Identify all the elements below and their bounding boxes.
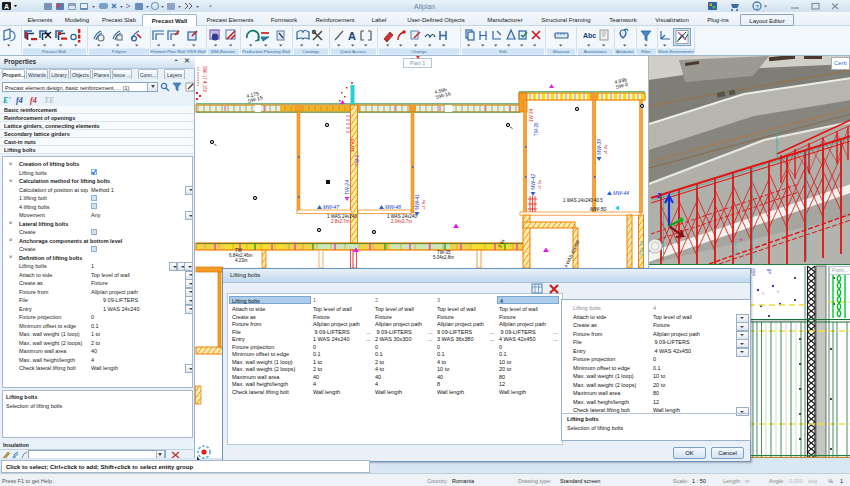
svg-text:MW-39: MW-39: [596, 139, 602, 155]
svg-text:f4: f4: [30, 96, 37, 105]
svg-text:MW-41: MW-41: [414, 194, 420, 210]
svg-text:MW-44: MW-44: [613, 190, 629, 196]
svg-text:Annotations: Annotations: [584, 49, 607, 54]
svg-text:+4.2x: +4.2x: [603, 145, 608, 155]
svg-text:2.04x2.7m: 2.04x2.7m: [391, 219, 412, 224]
svg-text:Attributes: Attributes: [616, 49, 634, 54]
svg-text:Polyrex: Polyrex: [112, 49, 127, 54]
svg-text:2.8x2.7m: 2.8x2.7m: [331, 219, 350, 224]
svg-text:MW-48: MW-48: [385, 204, 401, 210]
svg-text:TW-2: TW-2: [355, 155, 360, 166]
svg-text:Work Environment: Work Environment: [658, 49, 694, 54]
svg-text:º: º: [777, 290, 779, 295]
svg-text:f4: f4: [16, 96, 23, 105]
svg-text:1 WAS 24x240 40.5: 1 WAS 24x240 40.5: [563, 198, 603, 203]
svg-text:A: A: [348, 30, 356, 42]
svg-text:Z: Z: [657, 192, 662, 199]
svg-text:Element Plan Wall VWS Wall: Element Plan Wall VWS Wall: [150, 49, 205, 54]
svg-text:+3.0x: +3.0x: [537, 180, 542, 190]
svg-text:▲: ▲: [738, 238, 743, 242]
svg-text:º: º: [762, 292, 764, 297]
svg-text:Measure: Measure: [553, 49, 570, 54]
svg-text:Catalogs: Catalogs: [303, 49, 320, 54]
svg-text:Production Planning Wall: Production Planning Wall: [242, 49, 290, 54]
svg-text:MW-50: MW-50: [590, 206, 606, 212]
svg-text:⌀8: ⌀8: [767, 268, 772, 274]
svg-text:+2.8x: +2.8x: [421, 200, 426, 210]
svg-text:5.04x2.8m: 5.04x2.8m: [433, 255, 454, 260]
svg-text:Filter: Filter: [641, 49, 651, 54]
svg-text:⌀12: ⌀12: [751, 268, 756, 276]
svg-text:1W 24: 1W 24: [529, 108, 534, 122]
svg-text:4.23m: 4.23m: [235, 258, 248, 263]
svg-text:MW-47: MW-47: [323, 204, 339, 210]
svg-text:TW-34: TW-34: [733, 242, 738, 256]
svg-text:?: ?: [755, 4, 759, 10]
svg-text:TW-26: TW-26: [534, 122, 539, 136]
svg-text:TW-24: TW-24: [344, 180, 350, 195]
svg-text:Precast Wall: Precast Wall: [42, 49, 66, 54]
svg-text:Abc: Abc: [583, 32, 596, 39]
svg-text:MW-42: MW-42: [530, 174, 536, 190]
svg-text:Change: Change: [411, 49, 427, 54]
svg-text:A: A: [4, 3, 9, 10]
svg-text:Quick Access: Quick Access: [340, 49, 366, 54]
svg-text:BIM-Booster: BIM-Booster: [211, 49, 235, 54]
svg-text:Allplan: Allplan: [414, 3, 435, 11]
svg-text:E': E': [2, 96, 11, 105]
svg-text:1W 24: 1W 24: [350, 138, 355, 152]
svg-text:SW-17 4.150: SW-17 4.150: [202, 66, 207, 93]
svg-text:TE: TE: [44, 96, 54, 105]
svg-text:TW-34: TW-34: [639, 241, 645, 256]
svg-text:Edit: Edit: [499, 49, 507, 54]
